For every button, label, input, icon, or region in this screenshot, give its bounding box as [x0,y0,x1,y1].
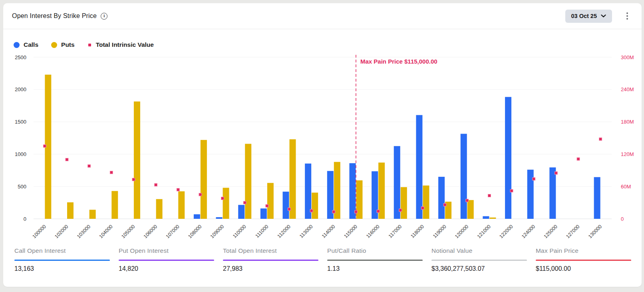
x-axis-label: 114000 [321,224,336,239]
left-axis-tick: 0 [24,216,26,222]
calls-bar-130000[interactable] [594,177,600,219]
intrinsic-value-dot-103000[interactable] [88,165,91,168]
intrinsic-value-dot-100000[interactable] [43,145,46,148]
legend-item-calls[interactable]: Calls [14,41,38,48]
calls-bar-120000[interactable] [461,134,467,219]
calls-bar-109000[interactable] [216,217,223,219]
date-selector-label: 03 Oct 25 [571,13,597,19]
page-title: Open Interest By Strike Price [12,12,97,20]
puts-bar-121000[interactable] [489,218,496,219]
right-axis-tick: 300M [621,54,634,60]
puts-bar-112000[interactable] [290,139,296,219]
intrinsic-value-dot-110000[interactable] [243,201,246,204]
x-axis-label: 121000 [476,224,492,239]
x-axis-label: 109000 [209,224,225,239]
x-axis-label: 113000 [298,224,314,239]
card-header: Open Interest By Strike Price i 03 Oct 2… [3,3,642,29]
stat-put-call-ratio: Put/Call Ratio1.13 [327,247,423,272]
x-axis-label: 130000 [587,224,603,239]
stat-label: Notional Value [431,247,527,254]
date-selector-button[interactable]: 03 Oct 25 [565,10,612,23]
calls-bar-122000[interactable] [505,97,511,219]
intrinsic-value-dot-120000[interactable] [466,199,469,202]
intrinsic-value-dot-117000[interactable] [399,209,402,212]
stat-label: Call Open Interest [14,247,110,254]
intrinsic-value-dot-122000[interactable] [510,189,513,192]
x-axis-label: 119000 [432,224,447,239]
intrinsic-value-dot-115000[interactable] [354,210,357,213]
right-axis-tick: 240M [621,86,634,92]
left-axis-tick: 2500 [15,54,26,60]
x-axis-label: 120000 [454,224,469,239]
calls-bar-119000[interactable] [438,177,445,219]
intrinsic-value-dot-111000[interactable] [266,204,268,207]
intrinsic-value-dot-127000[interactable] [577,158,580,160]
intrinsic-value-dot-119000[interactable] [443,203,446,206]
puts-bar-117000[interactable] [401,187,407,219]
legend-circle-icon [14,42,20,48]
puts-bar-113000[interactable] [312,193,318,219]
intrinsic-value-dot-109000[interactable] [221,197,224,200]
x-axis-label: 102000 [54,224,69,239]
stat-underline [327,260,423,261]
intrinsic-value-dot-114000[interactable] [332,210,335,213]
calls-bar-108000[interactable] [194,214,200,219]
stat-label: Total Open Interest [223,247,318,254]
puts-bar-104000[interactable] [111,191,118,219]
calls-bar-112000[interactable] [283,192,289,219]
info-icon[interactable]: i [101,13,107,20]
intrinsic-value-dot-130000[interactable] [599,138,602,140]
legend-label: Calls [24,41,38,48]
puts-bar-108000[interactable] [201,140,207,219]
calls-bar-118000[interactable] [416,115,422,219]
intrinsic-value-dot-124000[interactable] [533,178,535,180]
intrinsic-value-dot-121000[interactable] [488,194,491,197]
intrinsic-value-dot-112000[interactable] [288,208,291,210]
intrinsic-value-dot-108000[interactable] [199,193,202,196]
puts-bar-118000[interactable] [423,186,429,219]
chevron-down-icon [601,14,606,18]
open-interest-chart: 0050060M1000120M1500180M2000240M2500300M… [3,51,642,247]
puts-bar-107000[interactable] [178,191,185,219]
right-axis-tick: 180M [621,119,634,125]
stat-underline [223,260,318,261]
puts-bar-111000[interactable] [267,183,274,219]
puts-bar-120000[interactable] [467,200,474,219]
stat-value: $3,360,277,503.07 [431,265,527,272]
stat-value: $115,000.00 [536,265,631,272]
intrinsic-value-dot-105000[interactable] [132,178,135,181]
intrinsic-value-dot-107000[interactable] [177,188,179,191]
puts-bar-103000[interactable] [89,210,96,219]
legend-item-puts[interactable]: Puts [51,41,75,48]
calls-bar-111000[interactable] [260,208,267,219]
intrinsic-value-dot-116000[interactable] [377,210,380,213]
x-axis-label: 116000 [365,224,381,239]
intrinsic-value-dot-113000[interactable] [310,209,313,212]
intrinsic-value-dot-102000[interactable] [66,158,68,161]
stat-value: 13,163 [14,265,110,272]
puts-bar-106000[interactable] [156,199,163,219]
x-axis-label: 117000 [388,224,403,239]
calls-bar-125000[interactable] [549,168,556,219]
kebab-menu-icon[interactable] [625,11,630,21]
stat-label: Put/Call Ratio [327,247,423,254]
x-axis-label: 118000 [409,224,425,239]
right-axis-tick: 60M [621,184,631,190]
puts-bar-109000[interactable] [223,188,229,219]
right-axis-tick: 120M [621,151,634,157]
intrinsic-value-dot-106000[interactable] [155,184,157,186]
x-axis-label: 111000 [254,224,269,239]
intrinsic-value-dot-118000[interactable] [421,207,424,210]
calls-bar-121000[interactable] [483,216,489,219]
stat-label: Put Open Interest [119,247,214,254]
puts-bar-110000[interactable] [245,144,251,219]
puts-bar-105000[interactable] [134,102,140,219]
legend-item-total-intrinsic-value[interactable]: Total Intrinsic Value [87,41,154,48]
stat-notional-value: Notional Value$3,360,277,503.07 [431,247,527,272]
intrinsic-value-dot-125000[interactable] [555,172,557,174]
intrinsic-value-dot-104000[interactable] [110,171,113,174]
puts-bar-102000[interactable] [67,202,74,219]
calls-bar-124000[interactable] [527,170,534,219]
calls-bar-117000[interactable] [394,146,400,219]
calls-bar-110000[interactable] [238,205,244,219]
